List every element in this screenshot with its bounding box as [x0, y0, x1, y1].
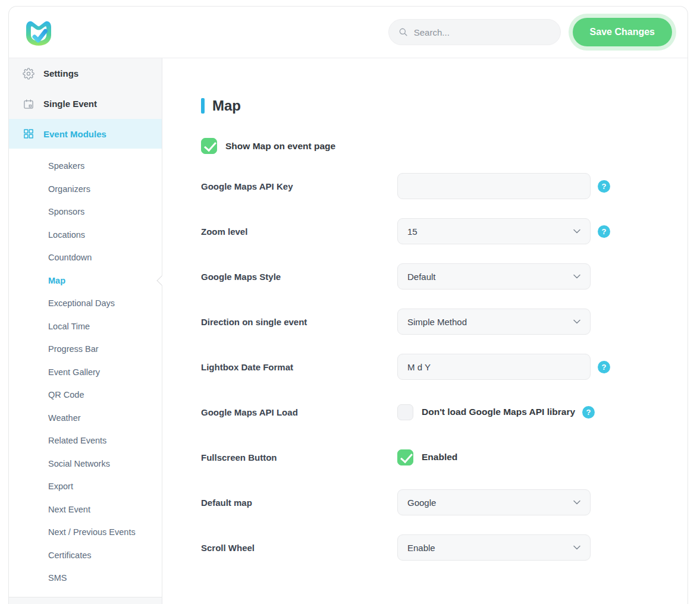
- field-label: Google Maps API Load: [201, 407, 397, 417]
- sidebar-item-next-event[interactable]: Next Event: [9, 498, 162, 521]
- form-row-fullscreen-button: Fullscreen ButtonEnabled: [201, 444, 664, 470]
- zoom-level-select[interactable]: 15: [397, 218, 591, 244]
- field-label: Google Maps Style: [201, 272, 397, 282]
- page-title-text: Map: [212, 97, 241, 114]
- title-accent-bar: [201, 98, 205, 114]
- body: Settings Single Event: [9, 58, 688, 604]
- settings-card: Save Changes Settings: [8, 6, 688, 604]
- sidebar-sub-list: SpeakersOrganizersSponsorsLocationsCount…: [9, 149, 162, 597]
- field-label: Google Maps API Key: [201, 181, 397, 191]
- search-icon: [398, 27, 408, 37]
- form-row-direction-on-single-event: Direction on single eventSimple Method: [201, 309, 664, 335]
- sidebar-item-related-events[interactable]: Related Events: [9, 429, 162, 452]
- sidebar-item-single-event[interactable]: Single Event: [9, 89, 162, 119]
- sidebar-item-countdown[interactable]: Countdown: [9, 246, 162, 269]
- gear-icon: [23, 68, 34, 80]
- show-map-label: Show Map on event page: [225, 141, 335, 152]
- google-maps-api-key-input[interactable]: [397, 173, 591, 199]
- sidebar-item-label: Event Modules: [43, 129, 106, 139]
- field-label: Direction on single event: [201, 317, 397, 327]
- help-icon[interactable]: ?: [582, 406, 595, 419]
- field-control: Enabled: [397, 449, 457, 465]
- field-control: Enable: [397, 534, 591, 561]
- chevron-down-icon: [573, 500, 580, 505]
- sidebar-item-event-modules[interactable]: Event Modules: [9, 119, 162, 149]
- sidebar-item-sponsors[interactable]: Sponsors: [9, 200, 162, 224]
- field-control: Simple Method: [397, 309, 591, 335]
- sidebar-item-export[interactable]: Export: [9, 475, 162, 498]
- header: Save Changes: [9, 7, 688, 58]
- form-row-google-maps-style: Google Maps StyleDefault: [201, 263, 664, 290]
- chevron-down-icon: [573, 545, 580, 550]
- show-map-toggle-row: Show Map on event page: [201, 138, 664, 154]
- help-icon[interactable]: ?: [598, 225, 610, 238]
- checkbox-field: Enabled: [397, 449, 457, 465]
- chevron-down-icon: [573, 229, 580, 234]
- field-label: Default map: [201, 498, 397, 508]
- field-label: Fullscreen Button: [201, 452, 397, 463]
- form-row-zoom-level: Zoom level15?: [201, 218, 664, 244]
- checkbox-field: Don't load Google Maps API library: [397, 404, 575, 420]
- grid-icon: [23, 128, 34, 140]
- google-maps-api-load-checkbox[interactable]: [397, 404, 413, 420]
- sidebar-item-locations[interactable]: Locations: [9, 224, 162, 247]
- lightbox-date-format-input[interactable]: [397, 354, 591, 380]
- select-value: 15: [407, 227, 418, 237]
- sidebar-item-label: Single Event: [43, 99, 97, 109]
- google-maps-style-select[interactable]: Default: [397, 263, 591, 290]
- default-map-select[interactable]: Google: [397, 489, 591, 515]
- search-input[interactable]: [414, 27, 551, 37]
- checkbox-label: Don't load Google Maps API library: [422, 407, 575, 417]
- show-map-checkbox[interactable]: [201, 138, 217, 154]
- page-title: Map: [201, 97, 664, 114]
- field-label: Zoom level: [201, 227, 397, 237]
- form-row-google-maps-api-load: Google Maps API LoadDon't load Google Ma…: [201, 399, 664, 425]
- settings-form: Google Maps API Key?Zoom level15?Google …: [201, 173, 664, 561]
- help-icon[interactable]: ?: [598, 361, 610, 373]
- form-row-google-maps-api-key: Google Maps API Key?: [201, 173, 664, 199]
- sidebar-item-speakers[interactable]: Speakers: [9, 155, 162, 178]
- field-control: Default: [397, 263, 591, 290]
- sidebar-item-organizers[interactable]: Organizers: [9, 178, 162, 201]
- select-value: Google: [407, 498, 436, 508]
- field-label: Lightbox Date Format: [201, 362, 397, 372]
- form-row-default-map: Default mapGoogle: [201, 489, 664, 515]
- field-control: ?: [397, 354, 610, 380]
- help-icon[interactable]: ?: [598, 180, 610, 193]
- select-value: Enable: [407, 543, 435, 553]
- sidebar-item-exceptional-days[interactable]: Exceptional Days: [9, 292, 162, 315]
- form-row-scroll-wheel: Scroll WheelEnable: [201, 534, 664, 561]
- sidebar-item-label: Settings: [43, 68, 79, 78]
- select-value: Simple Method: [407, 317, 467, 327]
- sidebar-item-map[interactable]: Map: [9, 269, 162, 292]
- sidebar-item-event-gallery[interactable]: Event Gallery: [9, 361, 162, 384]
- mec-logo: [22, 15, 55, 49]
- sidebar-item-next-previous-events[interactable]: Next / Previous Events: [9, 521, 162, 544]
- field-label: Scroll Wheel: [201, 543, 397, 553]
- field-control: Don't load Google Maps API library?: [397, 404, 595, 420]
- field-control: Google: [397, 489, 591, 515]
- field-control: ?: [397, 173, 610, 199]
- sidebar-item-sms[interactable]: SMS: [9, 567, 162, 590]
- checkbox-label: Enabled: [422, 452, 457, 463]
- field-control: 15?: [397, 218, 610, 244]
- chevron-down-icon: [573, 274, 580, 279]
- save-changes-button[interactable]: Save Changes: [573, 18, 672, 46]
- fullscreen-button-checkbox[interactable]: [397, 449, 413, 465]
- sidebar: Settings Single Event: [9, 58, 162, 604]
- sidebar-item-settings[interactable]: Settings: [9, 58, 162, 89]
- form-row-lightbox-date-format: Lightbox Date Format?: [201, 354, 664, 380]
- sidebar-item-progress-bar[interactable]: Progress Bar: [9, 338, 162, 361]
- sidebar-item-certificates[interactable]: Certificates: [9, 544, 162, 567]
- select-value: Default: [407, 272, 436, 282]
- sidebar-footer: [9, 597, 162, 604]
- direction-on-single-event-select[interactable]: Simple Method: [397, 309, 591, 335]
- chevron-down-icon: [573, 319, 580, 324]
- calendar-icon: [23, 98, 34, 110]
- sidebar-item-local-time[interactable]: Local Time: [9, 315, 162, 338]
- scroll-wheel-select[interactable]: Enable: [397, 534, 591, 561]
- main-content: Map Show Map on event page Google Maps A…: [162, 58, 688, 604]
- sidebar-item-weather[interactable]: Weather: [9, 407, 162, 430]
- sidebar-item-social-networks[interactable]: Social Networks: [9, 452, 162, 476]
- sidebar-item-qr-code[interactable]: QR Code: [9, 383, 162, 407]
